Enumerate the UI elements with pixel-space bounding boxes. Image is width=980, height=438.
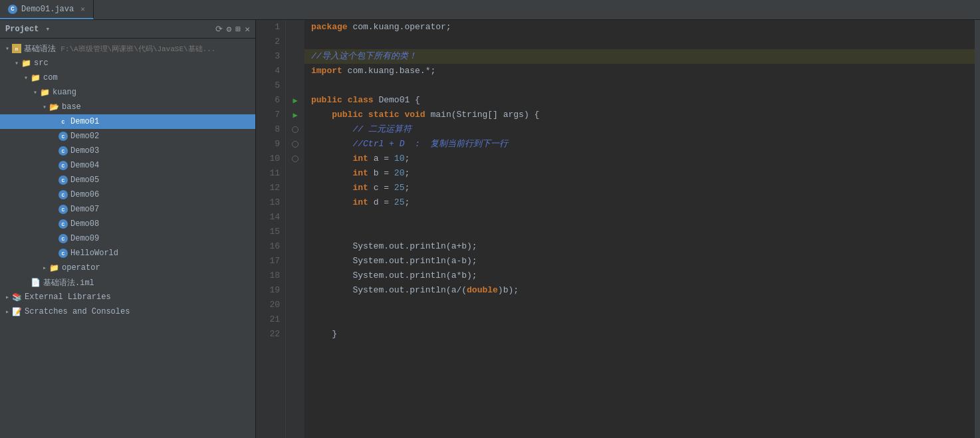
bp-8[interactable]	[292, 126, 299, 133]
bp-9[interactable]	[292, 141, 299, 148]
tree-label-demo03: Demo03	[70, 146, 99, 156]
gutter-3	[286, 49, 305, 64]
line-num-22: 22	[259, 327, 280, 342]
line-num-20: 20	[259, 298, 280, 312]
gutter-17	[286, 254, 305, 269]
tree-arrow-base	[40, 103, 49, 111]
tree-item-demo02[interactable]: C Demo02	[0, 129, 255, 144]
tree-item-demo08[interactable]: C Demo08	[0, 217, 255, 231]
line-num-10: 10	[259, 152, 280, 166]
gutter: ▶ ▶	[286, 20, 305, 438]
code-line-2	[305, 35, 975, 49]
line-num-19: 19	[259, 283, 280, 298]
tab-demo01[interactable]: C Demo01.java ✕	[0, 0, 94, 19]
code-line-12: int c = 25;	[305, 181, 975, 195]
gutter-14	[286, 210, 305, 225]
gutter-5	[286, 78, 305, 93]
gutter-10[interactable]	[286, 152, 305, 166]
main-layout: Project ▾ ⟳ ⚙ ⊞ ✕ m 基础语法 F:\A班级管理\网课班\代码…	[0, 20, 980, 438]
tree-label-scratches: Scratches and Consoles	[25, 307, 130, 316]
demo09-class-icon: C	[59, 234, 68, 243]
line-num-21: 21	[259, 312, 280, 327]
line-num-11: 11	[259, 166, 280, 181]
tree-item-src[interactable]: 📁 src	[0, 56, 255, 70]
run-icon-6[interactable]: ▶	[293, 96, 297, 106]
tree-arrow-kuang	[31, 88, 40, 96]
gutter-21	[286, 312, 305, 327]
tree-item-extlibs[interactable]: 📚 External Libraries	[0, 290, 255, 304]
tree-label-iml: 基础语法.iml	[43, 277, 94, 288]
gutter-16	[286, 239, 305, 254]
gutter-12	[286, 181, 305, 195]
demo02-class-icon: C	[59, 132, 68, 141]
extlib-icon: 📚	[12, 292, 22, 302]
tree-arrow-com	[21, 74, 31, 82]
tree-item-kuang[interactable]: 📁 kuang	[0, 85, 255, 100]
gutter-2	[286, 35, 305, 49]
code-line-9: //Ctrl + D : 复制当前行到下一行	[305, 137, 975, 152]
tree-label-helloworld: HelloWorld	[70, 249, 118, 258]
gutter-9[interactable]	[286, 137, 305, 152]
tree-label-demo04: Demo04	[70, 161, 99, 170]
gutter-6[interactable]: ▶	[286, 93, 305, 108]
com-folder-icon: 📁	[31, 73, 41, 83]
scrollbar[interactable]	[975, 20, 980, 438]
tree-item-base[interactable]: 📂 base	[0, 100, 255, 114]
expand-icon[interactable]: ⊞	[235, 24, 241, 35]
sidebar-dropdown-icon[interactable]: ▾	[45, 25, 50, 33]
operator-folder-icon: 📁	[49, 263, 59, 273]
line-num-2: 2	[259, 35, 280, 49]
tree-item-demo04[interactable]: C Demo04	[0, 158, 255, 173]
tree-item-operator[interactable]: 📁 operator	[0, 261, 255, 275]
tree-item-scratches[interactable]: 📝 Scratches and Consoles	[0, 304, 255, 319]
tree-item-com[interactable]: 📁 com	[0, 70, 255, 85]
code-line-20	[305, 298, 975, 312]
code-line-8: // 二元运算符	[305, 122, 975, 137]
tab-close-button[interactable]: ✕	[80, 5, 85, 13]
base-folder-icon: 📂	[49, 102, 59, 112]
tree-item-demo09[interactable]: C Demo09	[0, 231, 255, 246]
tree-item-demo06[interactable]: C Demo06	[0, 187, 255, 202]
line-num-15: 15	[259, 225, 280, 239]
close-icon[interactable]: ✕	[245, 24, 250, 35]
tree-item-demo03[interactable]: C Demo03	[0, 144, 255, 158]
line-numbers: 1 2 3 4 5 6 7 8 9 10 11 12 13 14 15 16 1…	[256, 20, 286, 438]
tree-item-helloworld[interactable]: C HelloWorld	[0, 246, 255, 261]
line-num-7: 7	[259, 108, 280, 122]
tree-label-base: base	[62, 102, 81, 112]
line-num-16: 16	[259, 239, 280, 254]
sync-icon[interactable]: ⟳	[215, 24, 223, 35]
helloworld-class-icon: C	[59, 249, 68, 258]
tree-label-demo07: Demo07	[70, 205, 99, 214]
tree-item-demo05[interactable]: C Demo05	[0, 173, 255, 187]
settings-icon[interactable]: ⚙	[227, 24, 232, 35]
code-line-13: int d = 25;	[305, 195, 975, 210]
code-line-4: import com.kuang.base.*;	[305, 64, 975, 78]
tree-label-extlibs: External Libraries	[25, 292, 111, 302]
tree-item-iml[interactable]: 📄 基础语法.iml	[0, 275, 255, 290]
run-icon-7[interactable]: ▶	[293, 110, 297, 120]
gutter-8[interactable]	[286, 122, 305, 137]
gutter-7[interactable]: ▶	[286, 108, 305, 122]
code-line-11: int b = 20;	[305, 166, 975, 181]
code-line-17: System.out.println(a-b);	[305, 254, 975, 269]
tree-label-src: src	[34, 58, 49, 68]
line-num-1: 1	[259, 20, 280, 35]
tree-item-root[interactable]: m 基础语法 F:\A班级管理\网课班\代码\JavaSE\基础...	[0, 41, 255, 56]
demo07-class-icon: C	[59, 205, 68, 214]
code-line-6: public class Demo01 {	[305, 93, 975, 108]
demo06-class-icon: C	[59, 190, 68, 199]
tree-label-demo06: Demo06	[70, 190, 99, 199]
code-line-10: int a = 10;	[305, 152, 975, 166]
line-num-9: 9	[259, 137, 280, 152]
gutter-20	[286, 298, 305, 312]
editor-content: 1 2 3 4 5 6 7 8 9 10 11 12 13 14 15 16 1…	[256, 20, 980, 438]
tree-arrow-scratches	[3, 308, 12, 316]
line-num-13: 13	[259, 195, 280, 210]
gutter-18	[286, 269, 305, 283]
tree-item-demo07[interactable]: C Demo07	[0, 202, 255, 217]
bp-10[interactable]	[292, 156, 299, 162]
code-area[interactable]: package com.kuang.operator; //导入这个包下所有的类…	[305, 20, 975, 438]
tab-file-icon: C	[8, 5, 17, 14]
tree-item-demo01[interactable]: C Demo01	[0, 114, 255, 129]
